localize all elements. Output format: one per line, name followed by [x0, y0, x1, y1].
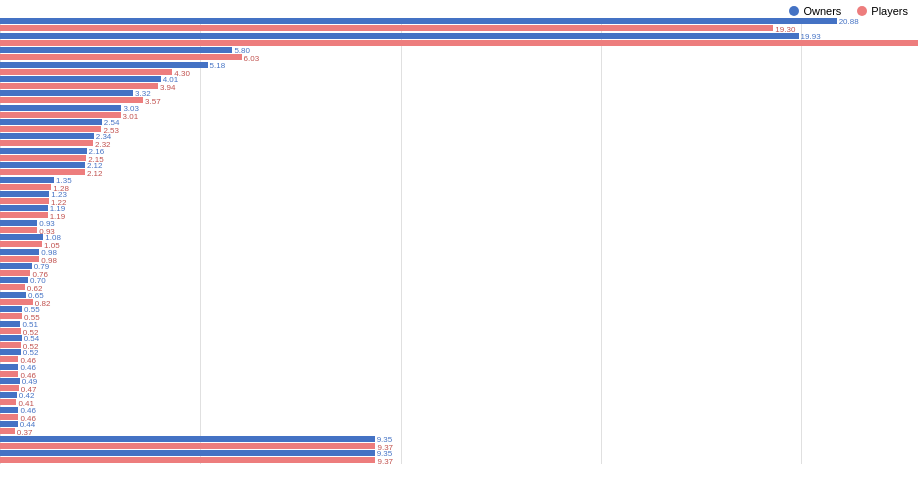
- owners-bar: [0, 249, 39, 255]
- owners-bar: [0, 364, 18, 370]
- bar-group: 5.806.03: [0, 47, 918, 61]
- bar-group: 2.162.15: [0, 148, 918, 162]
- bar-row: NORWAY1.231.22: [0, 191, 918, 205]
- bar-group: 0.440.37: [0, 421, 918, 435]
- bar-row: TURKEY1.191.19: [0, 205, 918, 219]
- owners-label: Owners: [803, 5, 841, 17]
- bar-row: NEW ZEALAND0.460.46: [0, 363, 918, 377]
- bar-row: SPAIN0.930.93: [0, 219, 918, 233]
- bar-group: 1.081.05: [0, 234, 918, 248]
- bar-row: ARGENTINA0.440.37: [0, 421, 918, 435]
- bar-row: NETHERLANDS1.081.05: [0, 234, 918, 248]
- owners-bar: [0, 133, 94, 139]
- bar-group: 2.342.32: [0, 133, 918, 147]
- players-bar: [0, 443, 375, 449]
- bar-row: RUSSIA3.323.57: [0, 90, 918, 104]
- owners-bar: [0, 421, 18, 427]
- bar-row: FRANCE2.342.32: [0, 133, 918, 147]
- owners-dot: [789, 6, 799, 16]
- bar-row: FINLAND0.650.82: [0, 291, 918, 305]
- owners-bar: [0, 90, 133, 96]
- owners-value: 19.93: [801, 32, 821, 41]
- bar-group: 9.359.37: [0, 436, 918, 450]
- players-bar: [0, 399, 16, 405]
- owners-bar: [0, 47, 232, 53]
- players-bar: [0, 241, 42, 247]
- bar-group: 2.122.12: [0, 162, 918, 176]
- owners-bar: [0, 277, 28, 283]
- bar-row: ITALY0.490.47: [0, 378, 918, 392]
- bar-row: KOREA5.184.30: [0, 61, 918, 75]
- bar-row: JAPAN2.162.15: [0, 147, 918, 161]
- bar-row: UNITED STATES20.8819.30: [0, 18, 918, 32]
- bar-group: 0.650.82: [0, 292, 918, 306]
- players-bar: [0, 227, 37, 233]
- bar-group: 3.033.01: [0, 105, 918, 119]
- owners-bar: [0, 234, 43, 240]
- bar-group: 1.351.28: [0, 177, 918, 191]
- owners-bar: [0, 407, 18, 413]
- bar-group: 0.460.46: [0, 407, 918, 421]
- bar-row: INDONESIA0.420.41: [0, 392, 918, 406]
- bar-group: 9.359.37: [0, 450, 918, 464]
- players-bar: [0, 313, 22, 319]
- bar-group: 0.460.46: [0, 364, 918, 378]
- bar-group: 20.8819.30: [0, 18, 918, 32]
- owners-value: 20.88: [839, 17, 859, 26]
- owners-bar: [0, 392, 17, 398]
- bar-group: 0.420.41: [0, 392, 918, 406]
- players-bar: [0, 256, 39, 262]
- players-bar: [0, 40, 918, 46]
- owners-bar: [0, 450, 375, 456]
- players-bar: [0, 184, 51, 190]
- owners-bar: [0, 335, 22, 341]
- bar-row: AUSTRALIA2.542.53: [0, 119, 918, 133]
- owners-bar: [0, 119, 102, 125]
- players-bar: [0, 212, 48, 218]
- chart-container: Owners Players UNITED STATES20.8819.30CH…: [0, 0, 918, 504]
- players-value: 9.37: [377, 457, 393, 466]
- bar-row: CANADA3.033.01: [0, 104, 918, 118]
- bar-group: 0.980.98: [0, 249, 918, 263]
- bar-row: SWEDEN1.351.28: [0, 176, 918, 190]
- bar-group: 0.790.76: [0, 263, 918, 277]
- bar-group: 19.9322.91: [0, 33, 918, 47]
- bar-row: TAIWAN0.540.52: [0, 335, 918, 349]
- bar-group: 0.520.46: [0, 349, 918, 363]
- players-bar: [0, 112, 121, 118]
- players-dot: [857, 6, 867, 16]
- players-bar: [0, 97, 143, 103]
- bar-row: BRAZIL2.122.12: [0, 162, 918, 176]
- bar-group: 0.510.52: [0, 321, 918, 335]
- bar-group: 2.542.53: [0, 119, 918, 133]
- bar-group: 0.540.52: [0, 335, 918, 349]
- owners-bar: [0, 33, 799, 39]
- players-bar: [0, 126, 101, 132]
- bar-group: 5.184.30: [0, 62, 918, 76]
- players-bar: [0, 25, 773, 31]
- bars-area: UNITED STATES20.8819.30CHINA19.9322.91GE…: [0, 18, 918, 484]
- owners-bar: [0, 162, 85, 168]
- owners-bar: [0, 105, 121, 111]
- bar-group: 3.323.57: [0, 90, 918, 104]
- owners-bar: [0, 378, 20, 384]
- owners-bar: [0, 177, 54, 183]
- owners-bar: [0, 306, 22, 312]
- players-bar: [0, 155, 86, 161]
- players-bar: [0, 270, 30, 276]
- owners-bar: [0, 436, 375, 442]
- bar-group: 0.490.47: [0, 378, 918, 392]
- players-bar: [0, 356, 18, 362]
- players-bar: [0, 198, 49, 204]
- owners-bar: [0, 292, 26, 298]
- players-bar: [0, 371, 18, 377]
- owners-bar: [0, 349, 21, 355]
- players-bar: [0, 414, 18, 420]
- bar-row: CHINA19.9322.91: [0, 32, 918, 46]
- legend-players: Players: [857, 5, 908, 17]
- owners-bar: [0, 321, 20, 327]
- legend: Owners Players: [789, 5, 908, 17]
- players-bar: [0, 140, 93, 146]
- players-bar: [0, 428, 15, 434]
- owners-bar: [0, 263, 32, 269]
